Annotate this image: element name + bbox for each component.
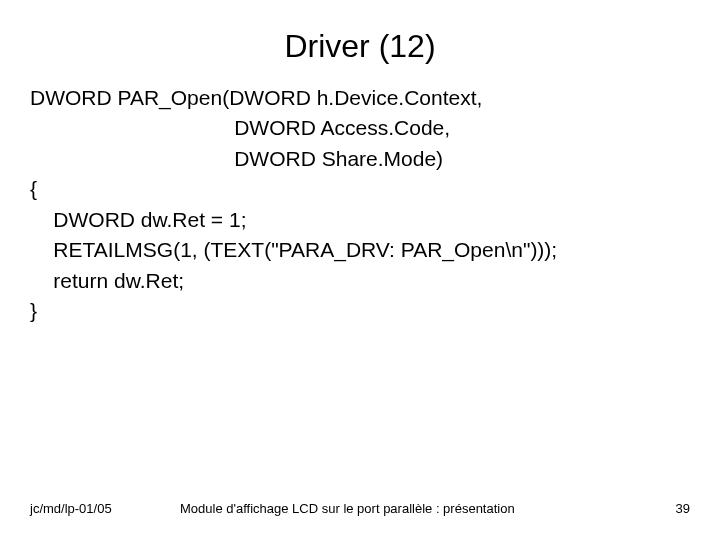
code-line: DWORD dw.Ret = 1; [30, 205, 690, 235]
code-line: RETAILMSG(1, (TEXT("PARA_DRV: PAR_Open\n… [30, 235, 690, 265]
code-line: } [30, 296, 690, 326]
code-line: { [30, 174, 690, 204]
code-line: DWORD Access.Code, [30, 113, 690, 143]
code-block: DWORD PAR_Open(DWORD h.Device.Context, D… [0, 83, 720, 327]
slide: Driver (12) DWORD PAR_Open(DWORD h.Devic… [0, 0, 720, 540]
code-line: return dw.Ret; [30, 266, 690, 296]
code-line: DWORD Share.Mode) [30, 144, 690, 174]
slide-title: Driver (12) [0, 0, 720, 83]
code-line: DWORD PAR_Open(DWORD h.Device.Context, [30, 83, 690, 113]
slide-footer: jc/md/lp-01/05 Module d'affichage LCD su… [0, 501, 720, 516]
footer-center: Module d'affichage LCD sur le port paral… [150, 501, 650, 516]
page-number: 39 [650, 501, 690, 516]
footer-left: jc/md/lp-01/05 [30, 501, 150, 516]
